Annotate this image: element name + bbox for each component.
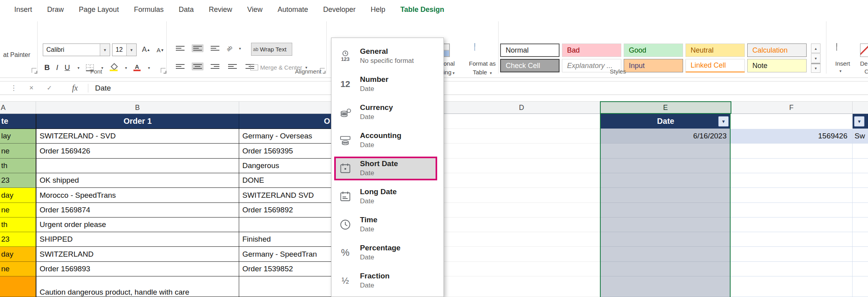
- cell-e[interactable]: [601, 247, 731, 262]
- chevron-down-icon[interactable]: ▾: [78, 66, 80, 70]
- column-header-e[interactable]: E: [601, 102, 731, 114]
- cell-d[interactable]: [443, 173, 601, 188]
- tab-automate[interactable]: Automate: [278, 6, 308, 14]
- cell-e[interactable]: [601, 144, 731, 159]
- chevron-down-icon[interactable]: ▾: [239, 46, 241, 51]
- cell-e[interactable]: [601, 159, 731, 173]
- filter-dropdown-icon[interactable]: ▼: [854, 116, 864, 127]
- style-normal[interactable]: Normal: [500, 44, 560, 57]
- style-good[interactable]: Good: [624, 44, 683, 57]
- cell-b[interactable]: OK shipped: [36, 173, 239, 188]
- column-header-d[interactable]: D: [443, 102, 601, 114]
- tab-view[interactable]: View: [247, 6, 263, 14]
- delete-cells-icon-partial[interactable]: [860, 44, 868, 57]
- insert-function-icon[interactable]: fx: [72, 81, 78, 95]
- menu-item-number[interactable]: 12 NumberDate: [331, 70, 444, 98]
- cell-d[interactable]: [443, 218, 601, 232]
- chevron-down-icon[interactable]: ▾: [125, 66, 127, 70]
- middle-align-icon[interactable]: [192, 44, 204, 52]
- cell-d[interactable]: [443, 262, 601, 276]
- cell-e[interactable]: [601, 232, 731, 247]
- align-left-icon[interactable]: [174, 62, 186, 70]
- enter-check-icon[interactable]: ✓: [47, 81, 52, 95]
- menu-item-short-date[interactable]: Short DateDate: [331, 154, 444, 182]
- format-as-table-label[interactable]: Format as: [463, 60, 502, 67]
- cell-f[interactable]: [731, 173, 853, 188]
- chevron-down-icon[interactable]: ▾: [148, 66, 150, 70]
- cell-f[interactable]: [731, 247, 853, 262]
- cell-g1-partial[interactable]: ▼: [853, 114, 868, 129]
- font-dialog-launcher-icon[interactable]: [161, 68, 166, 73]
- cell-d[interactable]: [443, 129, 601, 144]
- italic-button[interactable]: I: [56, 63, 58, 72]
- tab-formulas[interactable]: Formulas: [134, 6, 164, 14]
- tab-table-design[interactable]: Table Design: [400, 6, 444, 14]
- conditional-formatting-label-partial2[interactable]: ing▾: [444, 69, 462, 76]
- cell-f[interactable]: [731, 232, 853, 247]
- tab-data[interactable]: Data: [179, 6, 194, 14]
- cell-d[interactable]: [443, 232, 601, 247]
- cell-g-partial[interactable]: Sw: [853, 129, 868, 144]
- cancel-icon[interactable]: ×: [29, 81, 34, 95]
- decrease-indent-icon[interactable]: [227, 62, 238, 70]
- cell-e[interactable]: [601, 262, 731, 276]
- column-header-f[interactable]: F: [731, 102, 853, 114]
- menu-item-time[interactable]: TimeDate: [331, 210, 444, 238]
- style-note[interactable]: Note: [747, 59, 807, 72]
- font-color-button[interactable]: A: [133, 64, 141, 71]
- menu-item-fraction[interactable]: ½ FractionDate: [331, 267, 444, 295]
- conditional-formatting-label-partial[interactable]: onal: [444, 60, 462, 67]
- bold-button[interactable]: B: [44, 63, 50, 72]
- cell-e1-date-header[interactable]: Date▼: [601, 114, 731, 129]
- style-neutral[interactable]: Neutral: [685, 44, 745, 57]
- cell-a[interactable]: th: [0, 159, 36, 173]
- cell-g-partial[interactable]: [853, 188, 868, 203]
- cell-f[interactable]: [731, 203, 853, 218]
- cell-d[interactable]: [443, 144, 601, 159]
- clipboard-dialog-launcher-icon[interactable]: [32, 68, 36, 73]
- column-header-a[interactable]: A: [0, 102, 36, 114]
- cell-d[interactable]: [443, 203, 601, 218]
- delete-cells-label-partial[interactable]: De: [860, 60, 868, 67]
- menu-item-general[interactable]: 123 GeneralNo specific format: [331, 42, 444, 70]
- style-input[interactable]: Input: [624, 59, 683, 72]
- cell-g-partial[interactable]: [853, 218, 868, 232]
- cell-b[interactable]: Order 1569426: [36, 144, 239, 159]
- style-check-cell[interactable]: Check Cell: [500, 59, 560, 72]
- increase-font-size-button[interactable]: A▲: [139, 44, 153, 56]
- bottom-align-icon[interactable]: [209, 44, 221, 52]
- cell-a[interactable]: 23: [0, 173, 36, 188]
- cell-a[interactable]: [0, 276, 36, 297]
- cell-a[interactable]: ne: [0, 144, 36, 159]
- cell-g-partial[interactable]: [853, 203, 868, 218]
- cell-a[interactable]: day: [0, 247, 36, 262]
- cell-d[interactable]: [443, 159, 601, 173]
- tab-help[interactable]: Help: [371, 6, 385, 14]
- align-center-icon[interactable]: [192, 62, 204, 70]
- cell-b[interactable]: [36, 159, 239, 173]
- cell-g-partial[interactable]: [853, 173, 868, 188]
- cell-f[interactable]: [731, 276, 853, 297]
- cell-g-partial[interactable]: [853, 276, 868, 297]
- alignment-dialog-launcher-icon[interactable]: [320, 68, 325, 73]
- styles-scroll-down-button[interactable]: ▾: [811, 53, 820, 63]
- formula-bar-value[interactable]: Date: [95, 81, 111, 95]
- cell-d[interactable]: [443, 247, 601, 262]
- cell-e[interactable]: [601, 173, 731, 188]
- format-painter-partial-label[interactable]: at Painter: [3, 51, 30, 59]
- cell-b[interactable]: Order 1569874: [36, 203, 239, 218]
- menu-item-long-date[interactable]: Long DateDate: [331, 182, 444, 210]
- column-header-g-partial[interactable]: [853, 102, 868, 114]
- menu-item-accounting[interactable]: AccountingDate: [331, 126, 444, 154]
- chevron-down-icon[interactable]: ▾: [100, 44, 110, 56]
- cell-e-selected-date[interactable]: 6/16/2023: [601, 129, 731, 144]
- wrap-text-button[interactable]: ab Wrap Text: [251, 43, 292, 56]
- cell-b[interactable]: SWITZERLAND: [36, 247, 239, 262]
- cell-b[interactable]: Urgent order please: [36, 218, 239, 232]
- format-as-table-label2[interactable]: Table ▾: [463, 69, 502, 76]
- tab-review[interactable]: Review: [209, 6, 232, 14]
- cell-d1[interactable]: [443, 114, 601, 129]
- orientation-icon[interactable]: ab: [225, 44, 234, 53]
- font-family-combo[interactable]: Calibri ▾: [43, 44, 110, 56]
- cell-d[interactable]: [443, 188, 601, 203]
